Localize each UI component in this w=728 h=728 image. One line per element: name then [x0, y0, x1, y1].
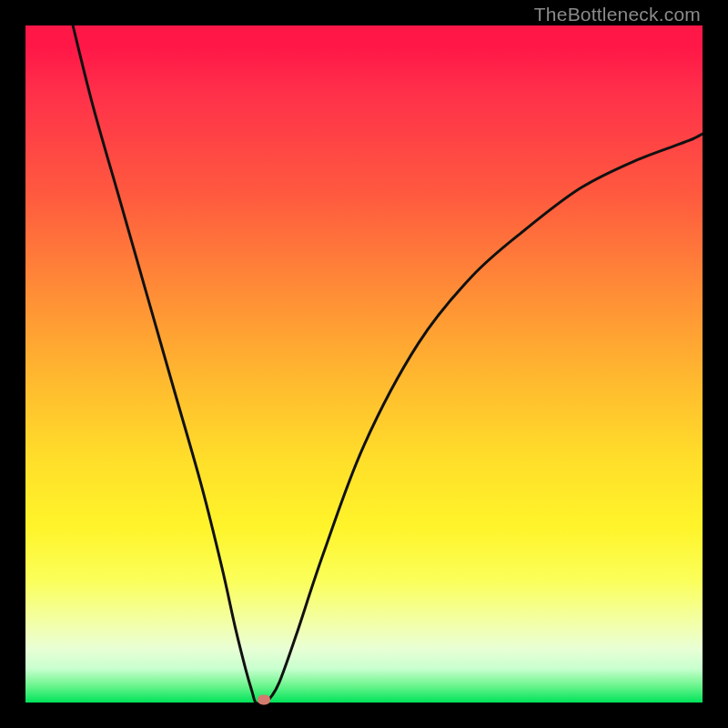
chart-frame: TheBottleneck.com: [0, 0, 728, 728]
curve-svg: [25, 25, 703, 703]
watermark-text: TheBottleneck.com: [534, 4, 701, 25]
plot-area: [25, 25, 703, 703]
bottleneck-curve-path: [73, 25, 703, 703]
optimal-point-marker: [258, 695, 270, 705]
